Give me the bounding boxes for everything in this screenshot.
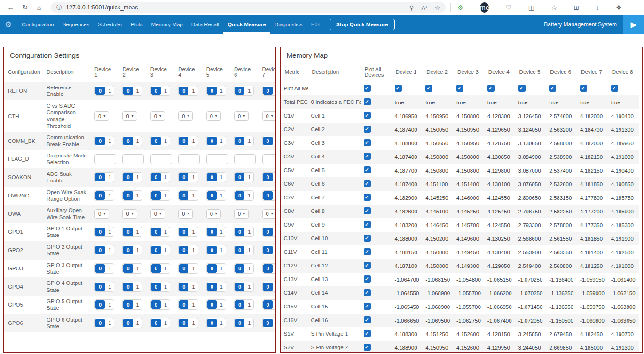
toggle-option-selected[interactable]: 0: [151, 137, 161, 145]
toggle-option-selected[interactable]: 0: [123, 173, 133, 181]
toggle-option[interactable]: 1: [161, 228, 170, 236]
plot-checkbox[interactable]: [364, 330, 371, 337]
plot-checkbox[interactable]: [364, 235, 371, 242]
toggle-option-selected[interactable]: 0: [207, 319, 217, 327]
toggle-option[interactable]: 1: [161, 191, 170, 200]
toggle-option[interactable]: 1: [134, 87, 142, 95]
toggle-0-1[interactable]: 01: [262, 263, 276, 274]
toggle-0-1[interactable]: 01: [234, 263, 254, 274]
toggle-option-selected[interactable]: 0: [151, 283, 161, 291]
toggle-0-1[interactable]: 01: [122, 245, 142, 255]
toggle-0-1[interactable]: 01: [178, 172, 198, 182]
toggle-0-1[interactable]: 01: [94, 299, 114, 310]
toggle-option-selected[interactable]: 0: [179, 319, 188, 327]
toggle-0-1[interactable]: 01: [206, 172, 226, 182]
plot-checkbox[interactable]: [364, 194, 371, 201]
toggle-option[interactable]: 1: [161, 246, 170, 254]
value-dropdown[interactable]: 0▾: [94, 209, 109, 219]
toggle-option[interactable]: 1: [217, 283, 226, 291]
gear-icon[interactable]: ⚙: [5, 20, 12, 30]
toggle-option-selected[interactable]: 0: [263, 228, 273, 236]
toggle-0-1[interactable]: 01: [94, 172, 114, 182]
toggle-option[interactable]: 1: [189, 87, 197, 95]
value-dropdown[interactable]: 0▾: [178, 111, 193, 121]
toggle-option[interactable]: 1: [161, 319, 170, 327]
toggle-0-1[interactable]: 01: [94, 86, 114, 96]
toggle-option[interactable]: 1: [217, 137, 226, 145]
stop-quick-measure-button[interactable]: Stop Quick Measure: [330, 19, 395, 30]
toggle-0-1[interactable]: 01: [122, 263, 142, 274]
plot-checkbox[interactable]: [364, 248, 371, 255]
toggle-option-selected[interactable]: 0: [151, 173, 161, 181]
value-dropdown[interactable]: 0▾: [150, 111, 165, 121]
nav-item-configuration[interactable]: Configuration: [17, 15, 58, 34]
split-screen-icon[interactable]: ◫: [528, 4, 534, 11]
toggle-0-1[interactable]: 01: [262, 299, 276, 310]
toggle-option[interactable]: 1: [161, 300, 170, 309]
toggle-option[interactable]: 1: [245, 87, 253, 95]
toggle-0-1[interactable]: 01: [234, 318, 254, 328]
toggle-option-selected[interactable]: 0: [235, 264, 244, 273]
toggle-0-1[interactable]: 01: [234, 172, 254, 182]
flag-input[interactable]: [206, 154, 228, 164]
toggle-option-selected[interactable]: 0: [263, 87, 273, 95]
device-plot-checkbox[interactable]: [549, 85, 556, 92]
toggle-0-1[interactable]: 01: [122, 318, 142, 328]
back-icon[interactable]: ←: [4, 3, 18, 12]
play-button[interactable]: ▶: [623, 15, 644, 34]
toggle-option[interactable]: 1: [217, 264, 226, 273]
toggle-option[interactable]: 1: [245, 191, 253, 200]
device-plot-checkbox[interactable]: [487, 85, 495, 92]
nav-item-quick-measure[interactable]: Quick Measure: [223, 15, 270, 34]
toggle-option[interactable]: 1: [189, 173, 197, 181]
toggle-option[interactable]: 1: [161, 173, 170, 181]
toggle-option-selected[interactable]: 0: [95, 300, 105, 309]
flag-input[interactable]: [262, 154, 276, 164]
toggle-0-1[interactable]: 01: [150, 318, 170, 328]
toggle-option[interactable]: 1: [217, 191, 226, 200]
plot-checkbox[interactable]: [364, 275, 371, 283]
toggle-0-1[interactable]: 01: [94, 227, 114, 237]
device-plot-checkbox[interactable]: [456, 85, 463, 92]
toggle-0-1[interactable]: 01: [262, 190, 276, 201]
toggle-0-1[interactable]: 01: [150, 299, 170, 310]
plot-checkbox[interactable]: [364, 303, 371, 310]
toggle-option[interactable]: 1: [245, 173, 253, 181]
toggle-0-1[interactable]: 01: [178, 136, 198, 146]
zoom-icon[interactable]: ⚲: [409, 4, 414, 11]
toggle-0-1[interactable]: 01: [178, 299, 198, 310]
toggle-0-1[interactable]: 01: [122, 282, 142, 292]
refresh-icon[interactable]: ↻: [18, 3, 32, 12]
toggle-0-1[interactable]: 01: [262, 86, 276, 96]
toggle-option-selected[interactable]: 0: [151, 87, 161, 95]
toggle-0-1[interactable]: 01: [178, 227, 198, 237]
toggle-option-selected[interactable]: 0: [235, 87, 244, 95]
toggle-0-1[interactable]: 01: [262, 136, 276, 146]
toggle-option[interactable]: 1: [245, 283, 253, 291]
toggle-option-selected[interactable]: 0: [207, 300, 217, 309]
toggle-option-selected[interactable]: 0: [235, 246, 244, 254]
toggle-option-selected[interactable]: 0: [179, 191, 188, 200]
toggle-0-1[interactable]: 01: [234, 245, 254, 255]
toggle-option-selected[interactable]: 0: [263, 191, 273, 200]
toggle-option-selected[interactable]: 0: [123, 283, 133, 291]
toggle-option[interactable]: 1: [189, 137, 197, 145]
toggle-option[interactable]: 1: [273, 246, 276, 254]
toggle-0-1[interactable]: 01: [206, 136, 226, 146]
read-aloud-icon[interactable]: A⁾: [421, 4, 427, 11]
toggle-option[interactable]: 1: [217, 173, 226, 181]
toggle-0-1[interactable]: 01: [122, 190, 142, 201]
value-dropdown[interactable]: 0▾: [122, 111, 137, 121]
toggle-0-1[interactable]: 01: [122, 299, 142, 310]
browser-essentials-icon[interactable]: ♡: [506, 4, 512, 11]
toggle-option[interactable]: 1: [245, 228, 253, 236]
toggle-option[interactable]: 1: [189, 283, 197, 291]
plot-checkbox[interactable]: [364, 180, 371, 187]
flag-input[interactable]: [122, 154, 144, 164]
toggle-option-selected[interactable]: 0: [235, 137, 244, 145]
toggle-option-selected[interactable]: 0: [151, 246, 161, 254]
toggle-option[interactable]: 1: [273, 319, 276, 327]
home-icon[interactable]: ⌂: [32, 3, 46, 12]
toggle-option[interactable]: 1: [245, 137, 253, 145]
toggle-option-selected[interactable]: 0: [123, 319, 133, 327]
